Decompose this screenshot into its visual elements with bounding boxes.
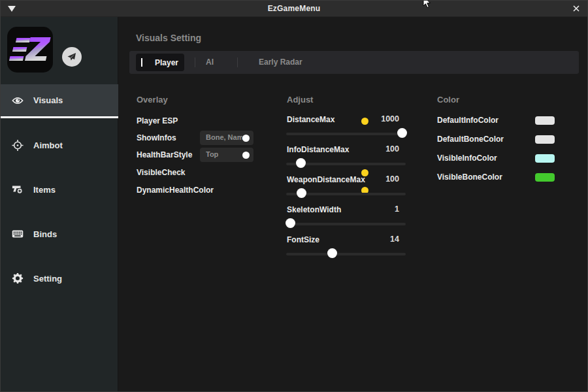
close-icon [570, 3, 582, 14]
app-logo [7, 27, 53, 73]
slider-label: WeaponDistanceMax [287, 175, 365, 184]
tab-player[interactable]: Player [136, 54, 184, 71]
setting-label: ShowInfos [137, 133, 176, 142]
color-label: DefaultBoneColor [437, 135, 504, 144]
window-title: EzGameMenu [1, 4, 587, 13]
title-bar: EzGameMenu [1, 1, 587, 17]
sidebar-item-label: Binds [33, 229, 57, 239]
setting-label: VisibleCheck [137, 168, 185, 177]
dropdown-toggle-dot[interactable] [242, 135, 250, 142]
page-title: Visuals Setting [136, 33, 201, 43]
tab-bar: Player AI Early Radar [129, 51, 579, 74]
slider-thumb[interactable] [286, 218, 295, 228]
slider-skeletonwidth: SkeletonWidth 1 [286, 205, 406, 231]
eye-icon [12, 95, 24, 106]
color-label: VisibleBoneColor [437, 172, 502, 182]
slider-label: FontSize [287, 235, 319, 244]
slider-track[interactable] [286, 253, 406, 255]
slider-infodistancemax: InfoDistanceMax 100 [286, 145, 406, 171]
sidebar-item-label: Items [33, 185, 56, 195]
sidebar-item-label: Visuals [33, 95, 63, 105]
setting-label: Player ESP [137, 116, 178, 125]
sidebar-item-setting[interactable]: Setting [1, 261, 118, 295]
sidebar-item-visuals[interactable]: Visuals [1, 84, 118, 118]
slider-weapondistancemax: WeaponDistanceMax 100 [286, 175, 406, 201]
swatch-defaultinfocolor[interactable] [535, 116, 555, 125]
slider-value: 1 [395, 204, 399, 214]
dropdown-toggle-dot[interactable] [242, 152, 250, 159]
setting-label: HealthBarStyle [137, 150, 192, 159]
color-section-title: Color [437, 95, 459, 105]
slider-value: 14 [390, 235, 399, 244]
swatch-visiblebonecolor[interactable] [535, 173, 555, 182]
sidebar-item-items[interactable]: Items [1, 172, 118, 206]
telegram-button[interactable] [62, 47, 82, 67]
slider-thumb[interactable] [397, 128, 407, 138]
color-label: VisibleInfoColor [437, 154, 497, 163]
keyboard-icon [12, 228, 24, 240]
main-content: Visuals Setting Player AI Early Radar Ov… [118, 17, 588, 392]
ez-logo-icon [7, 27, 53, 73]
slider-label: SkeletonWidth [287, 205, 341, 214]
swatch-defaultbonecolor[interactable] [535, 135, 555, 144]
tab-ai[interactable]: AI [206, 57, 214, 67]
setting-label: DynamicHealthColor [137, 186, 214, 195]
sidebar-item-binds[interactable]: Binds [1, 217, 118, 251]
pistol-plus-icon [12, 184, 24, 195]
slider-label: DistanceMax [287, 115, 335, 124]
slider-fontsize: FontSize 14 [286, 235, 406, 261]
close-button[interactable] [570, 3, 582, 14]
tab-early-radar[interactable]: Early Radar [259, 57, 302, 67]
telegram-plane-icon [67, 52, 77, 62]
dropdown-value: Top [206, 150, 242, 158]
adjust-section-title: Adjust [287, 95, 313, 105]
gear-icon [12, 272, 24, 284]
tab-label: Player [149, 58, 184, 67]
slider-label: InfoDistanceMax [287, 145, 349, 154]
slider-distancemax: DistanceMax 1000 [286, 115, 406, 141]
slider-track[interactable] [286, 223, 406, 225]
slider-thumb[interactable] [297, 188, 306, 198]
healthbarstyle-dropdown[interactable]: Top [200, 148, 253, 162]
tab-divider [195, 57, 195, 67]
dropdown-value: Bone, Name [206, 133, 242, 141]
tab-divider [237, 57, 238, 67]
color-label: DefaultInfoColor [437, 116, 498, 125]
app-window: EzGameMenu [0, 0, 588, 392]
sidebar-item-label: Setting [33, 274, 62, 284]
slider-value: 1000 [381, 114, 399, 123]
active-tab-indicator [141, 58, 142, 67]
slider-thumb[interactable] [296, 158, 306, 168]
sidebar-item-aimbot[interactable]: Aimbot [1, 128, 118, 162]
showinfos-dropdown[interactable]: Bone, Name [200, 131, 253, 145]
slider-thumb[interactable] [327, 248, 337, 258]
sidebar: Visuals Aimbot Items [1, 17, 118, 392]
swatch-visibleinfocolor[interactable] [535, 154, 555, 163]
crosshair-icon [12, 139, 24, 151]
overlay-section-title: Overlay [137, 95, 168, 105]
slider-value: 100 [385, 174, 399, 184]
slider-value: 100 [385, 144, 399, 154]
sidebar-item-label: Aimbot [33, 140, 63, 150]
slider-track[interactable] [286, 133, 406, 135]
